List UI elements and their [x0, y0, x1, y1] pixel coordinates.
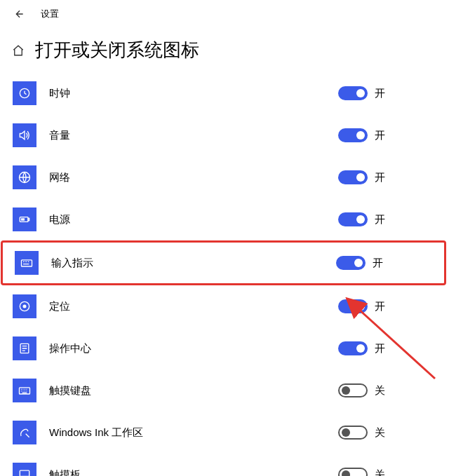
location-icon [13, 294, 36, 318]
toggle-switch[interactable] [338, 212, 368, 226]
toggle-switch[interactable] [338, 341, 368, 355]
toggle-state-label: 开 [375, 87, 389, 100]
toggle-group: 开 [338, 212, 436, 226]
toggle-state-label: 开 [375, 342, 389, 355]
setting-row-keyboard: 触摸键盘关 [13, 369, 436, 412]
keyboard-icon [13, 379, 36, 402]
toggle-state-label: 开 [375, 213, 389, 226]
setting-label: 触摸板 [36, 468, 338, 477]
toggle-state-label: 关 [375, 468, 389, 477]
toggle-group: 开 [338, 341, 436, 355]
toggle-state-label: 开 [375, 129, 389, 142]
toggle-state-label: 关 [375, 426, 389, 440]
toggle-state-label: 开 [375, 300, 389, 313]
toggle-state-label: 关 [375, 384, 389, 397]
svg-rect-5 [22, 260, 32, 266]
setting-row-ink: Windows Ink 工作区关 [13, 412, 436, 454]
toggle-state-label: 开 [375, 171, 389, 184]
home-button[interactable] [11, 43, 25, 57]
toggle-switch[interactable] [338, 468, 368, 476]
toggle-switch[interactable] [338, 170, 368, 184]
back-button[interactable] [11, 7, 25, 21]
setting-row-volume: 音量开 [13, 114, 436, 156]
toggle-group: 关 [338, 426, 436, 440]
ink-icon [13, 421, 36, 444]
setting-label: 触摸键盘 [36, 384, 338, 397]
setting-row-battery: 电源开 [13, 198, 436, 240]
toggle-switch[interactable] [338, 383, 368, 397]
setting-row-clock: 时钟开 [13, 72, 436, 114]
toggle-group: 关 [338, 383, 436, 397]
toggle-group: 关 [338, 468, 436, 476]
clock-icon [13, 81, 36, 105]
setting-label: 网络 [36, 171, 338, 184]
toggle-group: 开 [338, 128, 436, 142]
title-row: 打开或关闭系统图标 [0, 24, 449, 72]
setting-label: Windows Ink 工作区 [36, 426, 338, 440]
setting-row-input: 输入指示开 [1, 240, 446, 285]
toggle-switch[interactable] [338, 86, 368, 100]
svg-rect-10 [20, 470, 29, 476]
setting-label: 音量 [36, 129, 338, 142]
settings-list: 时钟开音量开网络开电源开输入指示开定位开操作中心开触摸键盘关Windows In… [0, 72, 449, 476]
battery-icon [13, 208, 36, 231]
toggle-group: 开 [338, 170, 436, 184]
svg-point-7 [23, 305, 27, 308]
setting-label: 操作中心 [36, 342, 338, 355]
touchpad-icon [13, 463, 36, 476]
setting-label: 定位 [36, 300, 338, 313]
toggle-state-label: 开 [373, 257, 387, 270]
setting-row-location: 定位开 [13, 285, 436, 327]
toggle-switch[interactable] [338, 299, 368, 313]
toggle-switch[interactable] [338, 128, 368, 142]
setting-row-action: 操作中心开 [13, 327, 436, 369]
page-title: 打开或关闭系统图标 [35, 38, 199, 62]
setting-label: 时钟 [36, 87, 338, 100]
network-icon [13, 165, 36, 189]
svg-rect-3 [28, 218, 29, 220]
header: 设置 [0, 0, 449, 24]
input-icon [15, 251, 39, 275]
toggle-group: 开 [338, 86, 436, 100]
setting-row-network: 网络开 [13, 156, 436, 198]
toggle-group: 开 [336, 256, 434, 270]
setting-row-touchpad: 触摸板关 [13, 454, 436, 476]
setting-label: 电源 [36, 213, 338, 226]
toggle-switch[interactable] [338, 426, 368, 440]
svg-rect-4 [21, 218, 25, 220]
toggle-group: 开 [338, 299, 436, 313]
app-title: 设置 [41, 8, 59, 20]
volume-icon [13, 123, 36, 147]
toggle-switch[interactable] [336, 256, 366, 270]
action-icon [13, 336, 36, 360]
setting-label: 输入指示 [39, 257, 336, 270]
